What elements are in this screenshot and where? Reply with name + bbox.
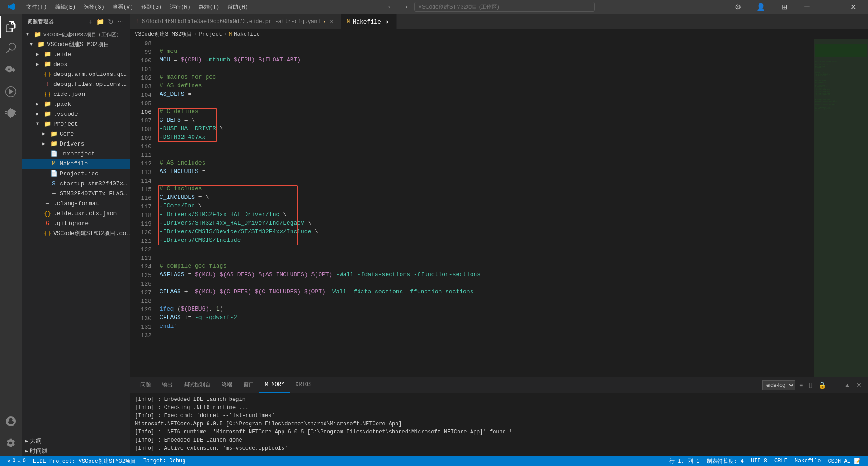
tab-yaml[interactable]: ! 678ddbf469fbd1b1e3ae19cc608a0d73.eide.… xyxy=(130,14,341,29)
breadcrumb-item-1[interactable]: VSCode创建STM32项目 xyxy=(135,30,192,38)
nav-forward-button[interactable]: → xyxy=(399,2,412,12)
layout-icon[interactable]: ⊞ xyxy=(774,0,794,14)
tab-yaml-label: 678ddbf469fbd1b1e3ae19cc608a0d73.eide.pr… xyxy=(142,19,321,25)
panel-tab-window[interactable]: 窗口 xyxy=(238,377,259,393)
tree-pack[interactable]: ▶ 📁 .pack xyxy=(22,99,130,109)
tab-bar: ! 678ddbf469fbd1b1e3ae19cc608a0d73.eide.… xyxy=(130,14,868,29)
tree-startup[interactable]: S startup_stm32f407xx.s xyxy=(22,179,130,188)
tree-drivers[interactable]: ▶ 📁 Drivers xyxy=(22,139,130,149)
chevron-right-icon: ▶ xyxy=(42,141,50,146)
tree-debug-arm[interactable]: {} debug.arm.options.gcc.json xyxy=(22,69,130,79)
line-num-111: 111 xyxy=(130,151,151,160)
status-target[interactable]: Target: Debug xyxy=(140,456,189,466)
activity-settings-icon[interactable] xyxy=(0,432,22,454)
activity-explorer-icon[interactable] xyxy=(0,16,22,38)
status-language[interactable]: Makefile xyxy=(791,456,825,466)
activity-extensions-icon[interactable] xyxy=(0,103,22,124)
tree-eide-usr[interactable]: {} .eide.usr.ctx.json xyxy=(22,208,130,218)
status-indent[interactable]: 制表符长度: 4 xyxy=(703,456,747,466)
status-eide-project[interactable]: EIDE Project: VSCode创建STM32项目 xyxy=(29,456,140,466)
activity-search-icon[interactable] xyxy=(0,38,22,59)
menu-select[interactable]: 选择(S) xyxy=(80,2,108,12)
tree-item-label: deps xyxy=(53,61,67,68)
menu-help[interactable]: 帮助(H) xyxy=(224,2,252,12)
tree-mxproject[interactable]: 📄 .mxproject xyxy=(22,149,130,159)
code-editor[interactable]: # mcu MCU = $(CPU) -mthumb $(FPU) $(FLOA… xyxy=(155,39,814,377)
panel-tab-terminal[interactable]: 终端 xyxy=(216,377,238,393)
menu-edit[interactable]: 编辑(E) xyxy=(52,2,80,12)
status-errors[interactable]: ✕ 0 △ 0 xyxy=(4,456,29,466)
status-encoding[interactable]: UTF-8 xyxy=(747,456,771,466)
tree-item-label: startup_stm32f407xx.s xyxy=(60,180,130,187)
activity-account-icon[interactable] xyxy=(0,410,22,432)
tree-core[interactable]: ▶ 📁 Core xyxy=(22,129,130,139)
line-num-117: 117 xyxy=(130,202,151,211)
global-search-input[interactable] xyxy=(414,2,595,12)
tree-ld[interactable]: — STM32F407VETx_FLASH.ld xyxy=(22,188,130,198)
panel-tab-xrtos[interactable]: XRTOS xyxy=(290,377,317,393)
panel-close-icon[interactable]: ✕ xyxy=(854,381,863,390)
tree-clang-format[interactable]: — .clang-format xyxy=(22,198,130,208)
panel-maximize-icon[interactable]: ▲ xyxy=(842,381,852,390)
tree-eide[interactable]: ▶ 📁 .eide xyxy=(22,49,130,59)
new-file-icon[interactable]: + xyxy=(88,17,93,26)
tree-codework[interactable]: {} VSCode创建STM32项目.code-work... xyxy=(22,228,130,238)
panel-wrap-icon[interactable]: ⌷ xyxy=(807,381,814,390)
code-line-131: endif xyxy=(160,323,809,331)
close-button[interactable]: ✕ xyxy=(843,0,863,14)
tree-debug-files[interactable]: ! debug.files.options.yml xyxy=(22,79,130,89)
refresh-icon[interactable]: ↻ xyxy=(107,17,114,26)
log-line-2: [Info] : Checking .NET6 runtime ... xyxy=(135,404,863,412)
sidebar-timeline[interactable]: ▶ 时间线 xyxy=(22,446,130,456)
log-line-7: [Info] : Active extension: 'ms-vscode.cp… xyxy=(135,444,863,452)
panel-tab-memory[interactable]: MEMORY xyxy=(259,377,290,393)
panel-tab-debug-console[interactable]: 调试控制台 xyxy=(178,377,216,393)
breadcrumb-item-2[interactable]: Project xyxy=(199,31,222,38)
settings-icon[interactable]: ⚙ xyxy=(727,0,748,14)
code-line-128 xyxy=(160,297,809,306)
tab-makefile-close-icon[interactable]: ✕ xyxy=(384,18,391,25)
nav-back-button[interactable]: ← xyxy=(384,2,397,12)
accounts-icon[interactable]: 👤 xyxy=(750,0,771,14)
panel-tab-problems[interactable]: 问题 xyxy=(135,377,156,393)
menu-run[interactable]: 运行(R) xyxy=(166,2,194,12)
tree-item-label: debug.files.options.yml xyxy=(53,81,130,88)
panel-lock-icon[interactable]: 🔒 xyxy=(816,381,828,390)
tab-makefile[interactable]: M Makefile ✕ xyxy=(341,14,397,29)
activity-scm-icon[interactable] xyxy=(0,59,22,81)
collapse-all-icon[interactable]: ⋯ xyxy=(117,17,125,26)
activity-run-icon[interactable] xyxy=(0,81,22,103)
tree-gitignore[interactable]: G .gitignore xyxy=(22,218,130,228)
tree-workspace[interactable]: ▼ 📁 VSCODE创建STM32项目（工作区） xyxy=(22,29,130,39)
menu-terminal[interactable]: 终端(T) xyxy=(195,2,223,12)
tree-project-root[interactable]: ▼ 📁 VSCode创建STM32项目 xyxy=(22,39,130,49)
panel-clear-icon[interactable]: — xyxy=(830,381,840,390)
file-icon: — xyxy=(43,200,52,207)
panel-tab-output[interactable]: 输出 xyxy=(156,377,178,393)
new-folder-icon[interactable]: 📁 xyxy=(95,17,105,26)
minimize-button[interactable]: ─ xyxy=(797,0,817,14)
output-source-dropdown[interactable]: eide-log xyxy=(762,380,795,390)
menu-view[interactable]: 查看(V) xyxy=(109,2,137,12)
log-line-6: [Info] : Embedded IDE launch done xyxy=(135,436,863,444)
makefile-tab-icon: M xyxy=(347,19,350,25)
tab-close-icon[interactable]: ✕ xyxy=(328,18,335,25)
status-csdnai[interactable]: CSDN AI 📝 xyxy=(824,456,864,466)
tab-dirty-indicator: ● xyxy=(323,19,326,24)
code-line-101 xyxy=(160,65,809,74)
tree-vscode[interactable]: ▶ 📁 .vscode xyxy=(22,109,130,119)
status-eol[interactable]: CRLF xyxy=(771,456,791,466)
menu-file[interactable]: 文件(F) xyxy=(23,2,51,12)
tree-makefile[interactable]: M Makefile xyxy=(22,159,130,169)
tree-deps[interactable]: ▶ 📁 deps xyxy=(22,59,130,69)
breadcrumb-item-3[interactable]: MMakefile xyxy=(229,31,260,38)
language-label: Makefile xyxy=(795,458,821,464)
panel-filter-icon[interactable]: ≡ xyxy=(797,381,805,390)
status-cursor[interactable]: 行 1, 列 1 xyxy=(665,456,703,466)
tree-project[interactable]: ▼ 📁 Project xyxy=(22,119,130,129)
tree-eide-json[interactable]: {} eide.json xyxy=(22,89,130,99)
tree-project-ioc[interactable]: 📄 Project.ioc xyxy=(22,169,130,179)
maximize-button[interactable]: □ xyxy=(820,0,840,14)
sidebar-outline[interactable]: ▶ 大纲 xyxy=(22,436,130,446)
menu-goto[interactable]: 转到(G) xyxy=(137,2,165,12)
